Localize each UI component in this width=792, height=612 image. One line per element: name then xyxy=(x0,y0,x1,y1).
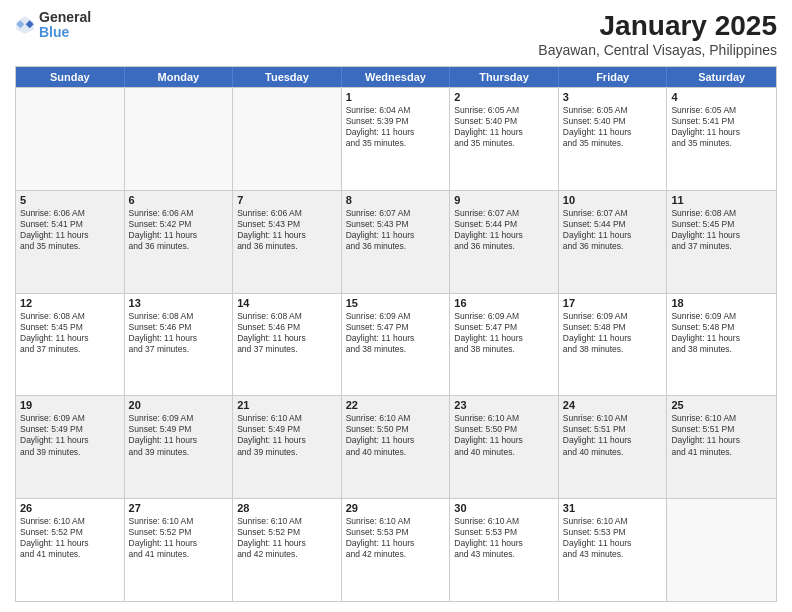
cell-info-line: Sunrise: 6:09 AM xyxy=(454,311,554,322)
day-number: 17 xyxy=(563,297,663,309)
cal-cell-4: 4Sunrise: 6:05 AMSunset: 5:41 PMDaylight… xyxy=(667,88,776,190)
cell-info-line: Daylight: 11 hours xyxy=(563,127,663,138)
logo-general: General xyxy=(39,10,91,25)
day-number: 9 xyxy=(454,194,554,206)
cal-cell-9: 9Sunrise: 6:07 AMSunset: 5:44 PMDaylight… xyxy=(450,191,559,293)
cell-info-line: Sunrise: 6:10 AM xyxy=(20,516,120,527)
cell-info-line: Sunrise: 6:09 AM xyxy=(346,311,446,322)
cal-cell-empty-0-0 xyxy=(16,88,125,190)
cal-cell-8: 8Sunrise: 6:07 AMSunset: 5:43 PMDaylight… xyxy=(342,191,451,293)
weekday-header-monday: Monday xyxy=(125,67,234,87)
cell-info-line: Sunrise: 6:09 AM xyxy=(20,413,120,424)
day-number: 8 xyxy=(346,194,446,206)
cell-info-line: and 37 minutes. xyxy=(129,344,229,355)
logo-text: General Blue xyxy=(39,10,91,41)
cell-info-line: and 39 minutes. xyxy=(129,447,229,458)
cell-info-line: Sunrise: 6:07 AM xyxy=(454,208,554,219)
cal-cell-12: 12Sunrise: 6:08 AMSunset: 5:45 PMDayligh… xyxy=(16,294,125,396)
day-number: 5 xyxy=(20,194,120,206)
cell-info-line: Daylight: 11 hours xyxy=(671,230,772,241)
cell-info-line: Sunset: 5:45 PM xyxy=(671,219,772,230)
day-number: 28 xyxy=(237,502,337,514)
cal-cell-31: 31Sunrise: 6:10 AMSunset: 5:53 PMDayligh… xyxy=(559,499,668,601)
cell-info-line: Daylight: 11 hours xyxy=(237,230,337,241)
cell-info-line: and 35 minutes. xyxy=(454,138,554,149)
subtitle: Bayawan, Central Visayas, Philippines xyxy=(538,42,777,58)
cell-info-line: Sunset: 5:44 PM xyxy=(454,219,554,230)
cell-info-line: Sunrise: 6:07 AM xyxy=(563,208,663,219)
cell-info-line: Daylight: 11 hours xyxy=(563,538,663,549)
week-row-4: 19Sunrise: 6:09 AMSunset: 5:49 PMDayligh… xyxy=(16,395,776,498)
cell-info-line: Sunrise: 6:10 AM xyxy=(237,516,337,527)
cell-info-line: Sunrise: 6:10 AM xyxy=(454,516,554,527)
cell-info-line: Sunset: 5:49 PM xyxy=(20,424,120,435)
cell-info-line: and 35 minutes. xyxy=(20,241,120,252)
cal-cell-20: 20Sunrise: 6:09 AMSunset: 5:49 PMDayligh… xyxy=(125,396,234,498)
cell-info-line: Daylight: 11 hours xyxy=(20,333,120,344)
cell-info-line: and 35 minutes. xyxy=(563,138,663,149)
cell-info-line: Daylight: 11 hours xyxy=(129,230,229,241)
cell-info-line: Sunrise: 6:06 AM xyxy=(237,208,337,219)
cell-info-line: and 41 minutes. xyxy=(671,447,772,458)
cell-info-line: and 42 minutes. xyxy=(237,549,337,560)
day-number: 24 xyxy=(563,399,663,411)
cell-info-line: Sunrise: 6:10 AM xyxy=(671,413,772,424)
cal-cell-6: 6Sunrise: 6:06 AMSunset: 5:42 PMDaylight… xyxy=(125,191,234,293)
cell-info-line: Daylight: 11 hours xyxy=(454,333,554,344)
cell-info-line: Sunrise: 6:05 AM xyxy=(671,105,772,116)
cell-info-line: Daylight: 11 hours xyxy=(346,230,446,241)
day-number: 11 xyxy=(671,194,772,206)
cell-info-line: Sunrise: 6:08 AM xyxy=(20,311,120,322)
cal-cell-16: 16Sunrise: 6:09 AMSunset: 5:47 PMDayligh… xyxy=(450,294,559,396)
day-number: 3 xyxy=(563,91,663,103)
day-number: 20 xyxy=(129,399,229,411)
cal-cell-7: 7Sunrise: 6:06 AMSunset: 5:43 PMDaylight… xyxy=(233,191,342,293)
cal-cell-27: 27Sunrise: 6:10 AMSunset: 5:52 PMDayligh… xyxy=(125,499,234,601)
cal-cell-15: 15Sunrise: 6:09 AMSunset: 5:47 PMDayligh… xyxy=(342,294,451,396)
weekday-header-saturday: Saturday xyxy=(667,67,776,87)
cell-info-line: and 42 minutes. xyxy=(346,549,446,560)
cell-info-line: Daylight: 11 hours xyxy=(346,333,446,344)
cell-info-line: Daylight: 11 hours xyxy=(237,538,337,549)
cell-info-line: Sunset: 5:39 PM xyxy=(346,116,446,127)
cell-info-line: Daylight: 11 hours xyxy=(671,435,772,446)
cell-info-line: and 38 minutes. xyxy=(563,344,663,355)
day-number: 1 xyxy=(346,91,446,103)
logo: General Blue xyxy=(15,10,91,41)
cell-info-line: Sunset: 5:40 PM xyxy=(454,116,554,127)
weekday-header-sunday: Sunday xyxy=(16,67,125,87)
cal-cell-2: 2Sunrise: 6:05 AMSunset: 5:40 PMDaylight… xyxy=(450,88,559,190)
day-number: 29 xyxy=(346,502,446,514)
cell-info-line: Daylight: 11 hours xyxy=(129,333,229,344)
logo-icon xyxy=(15,15,35,35)
cell-info-line: Sunrise: 6:10 AM xyxy=(237,413,337,424)
cell-info-line: Sunset: 5:49 PM xyxy=(237,424,337,435)
day-number: 26 xyxy=(20,502,120,514)
cal-cell-24: 24Sunrise: 6:10 AMSunset: 5:51 PMDayligh… xyxy=(559,396,668,498)
day-number: 2 xyxy=(454,91,554,103)
day-number: 19 xyxy=(20,399,120,411)
day-number: 31 xyxy=(563,502,663,514)
day-number: 12 xyxy=(20,297,120,309)
cell-info-line: Daylight: 11 hours xyxy=(237,435,337,446)
weekday-header-thursday: Thursday xyxy=(450,67,559,87)
day-number: 30 xyxy=(454,502,554,514)
cell-info-line: Sunset: 5:49 PM xyxy=(129,424,229,435)
cell-info-line: Sunrise: 6:10 AM xyxy=(563,413,663,424)
cell-info-line: Sunset: 5:47 PM xyxy=(454,322,554,333)
cell-info-line: Sunset: 5:48 PM xyxy=(671,322,772,333)
day-number: 13 xyxy=(129,297,229,309)
logo-blue: Blue xyxy=(39,25,91,40)
cell-info-line: Sunrise: 6:10 AM xyxy=(454,413,554,424)
cell-info-line: Sunset: 5:42 PM xyxy=(129,219,229,230)
cell-info-line: Sunrise: 6:08 AM xyxy=(129,311,229,322)
cell-info-line: Sunset: 5:48 PM xyxy=(563,322,663,333)
cell-info-line: Daylight: 11 hours xyxy=(671,333,772,344)
cell-info-line: and 40 minutes. xyxy=(563,447,663,458)
cell-info-line: Daylight: 11 hours xyxy=(454,538,554,549)
cell-info-line: Sunrise: 6:10 AM xyxy=(563,516,663,527)
week-row-5: 26Sunrise: 6:10 AMSunset: 5:52 PMDayligh… xyxy=(16,498,776,601)
cell-info-line: Sunset: 5:53 PM xyxy=(454,527,554,538)
cell-info-line: Sunrise: 6:09 AM xyxy=(671,311,772,322)
cal-cell-11: 11Sunrise: 6:08 AMSunset: 5:45 PMDayligh… xyxy=(667,191,776,293)
